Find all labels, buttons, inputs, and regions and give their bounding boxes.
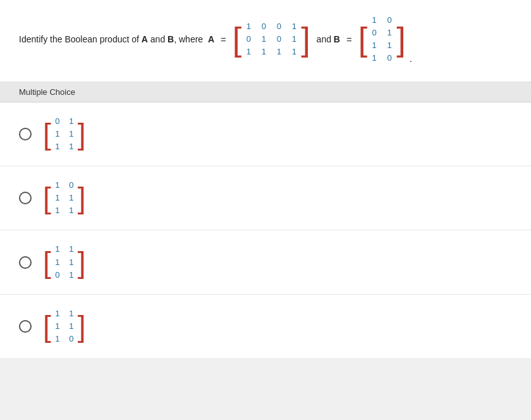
choice-row-1[interactable]: [ 0 1 1 1 1 1 ]: [0, 102, 531, 166]
a10: 0: [244, 33, 253, 46]
b30: 1: [370, 52, 379, 65]
c4-11: 1: [67, 320, 76, 333]
radio-2[interactable]: [19, 192, 32, 204]
c1-21: 1: [67, 140, 76, 153]
mc-label-bar: Multiple Choice: [0, 82, 531, 102]
ans-bracket-right-3: ]: [78, 248, 86, 277]
question-area: Identify the Boolean product of A and B,…: [0, 0, 531, 82]
ans-cells-1: 0 1 1 1 1 1: [51, 114, 78, 154]
var-b: B: [168, 34, 174, 44]
ans-bracket-left-2: [: [43, 183, 51, 213]
a12: 0: [274, 33, 283, 46]
c3-00: 1: [53, 243, 62, 256]
ans-bracket-left-3: [: [43, 248, 51, 277]
choices-area: [ 0 1 1 1 1 1 ] [ 1 0 1 1 1 1 ]: [0, 102, 531, 359]
matrix-a-bracket-left: [: [233, 23, 241, 56]
c1-01: 1: [67, 115, 76, 128]
question-text: Identify the Boolean product of A and B,…: [19, 13, 512, 66]
a13: 1: [290, 33, 298, 46]
b11: 1: [385, 27, 394, 39]
choice-row-4[interactable]: [ 1 1 1 1 1 0 ]: [0, 295, 531, 358]
answer-matrix-1: [ 0 1 1 1 1 1 ]: [43, 114, 86, 154]
c2-20: 1: [53, 204, 62, 217]
c4-00: 1: [53, 307, 62, 320]
a11: 1: [259, 33, 268, 46]
a03: 1: [290, 20, 298, 33]
question-intro: Identify the Boolean product of A and B,…: [19, 34, 214, 44]
c3-21: 1: [67, 269, 76, 281]
radio-3[interactable]: [19, 256, 32, 269]
a01: 0: [259, 20, 268, 33]
c4-01: 1: [67, 307, 76, 320]
matrix-b-bracket-left: [: [358, 23, 367, 56]
c1-10: 1: [53, 128, 62, 140]
a20: 1: [244, 46, 253, 58]
b10: 0: [370, 27, 379, 39]
period: .: [410, 53, 412, 64]
answer-matrix-3: [ 1 1 1 1 0 1 ]: [43, 242, 86, 282]
ans-bracket-right-1: ]: [78, 120, 86, 149]
c2-01: 0: [67, 179, 76, 192]
b20: 1: [370, 39, 379, 52]
c1-11: 1: [67, 128, 76, 140]
eq-sign-a: =: [221, 34, 226, 45]
c1-00: 0: [53, 115, 62, 128]
c2-21: 1: [67, 204, 76, 217]
matrix-a-label: A: [208, 34, 214, 44]
var-a: A: [142, 34, 148, 44]
eq-sign-b: =: [346, 34, 352, 45]
a22: 1: [274, 46, 283, 58]
b31: 0: [385, 52, 394, 65]
c4-10: 1: [53, 320, 62, 333]
matrix-b: [ 1 0 0 1 1 1 1 0 ]: [358, 13, 406, 66]
c2-00: 1: [53, 179, 62, 192]
a02: 0: [274, 20, 283, 33]
ans-cells-4: 1 1 1 1 1 0: [51, 306, 78, 347]
c4-21: 0: [67, 333, 76, 345]
ans-cells-3: 1 1 1 1 0 1: [51, 242, 78, 282]
a23: 1: [290, 46, 298, 58]
c3-11: 1: [67, 256, 76, 269]
a21: 1: [259, 46, 268, 58]
ans-bracket-right-2: ]: [78, 183, 86, 213]
matrix-a-cells: 1 0 0 1 0 1 0 1 1 1 1 1: [241, 19, 301, 59]
b21: 1: [385, 39, 394, 52]
radio-1[interactable]: [19, 128, 32, 140]
answer-matrix-2: [ 1 0 1 1 1 1 ]: [43, 178, 86, 218]
c2-11: 1: [67, 192, 76, 204]
ans-bracket-left-1: [: [43, 120, 51, 149]
radio-4[interactable]: [19, 320, 32, 333]
choice-row-2[interactable]: [ 1 0 1 1 1 1 ]: [0, 166, 531, 230]
c1-20: 1: [53, 140, 62, 153]
matrix-a-bracket-right: ]: [301, 23, 310, 56]
and-label: and B: [314, 34, 340, 44]
c4-20: 1: [53, 333, 62, 345]
mc-label: Multiple Choice: [19, 87, 75, 97]
c3-20: 0: [53, 269, 62, 281]
c3-01: 1: [67, 243, 76, 256]
b00: 1: [370, 14, 379, 27]
matrix-b-cells: 1 0 0 1 1 1 1 0: [367, 13, 396, 66]
ans-cells-2: 1 0 1 1 1 1: [51, 178, 78, 218]
b01: 0: [385, 14, 394, 27]
matrix-a: [ 1 0 0 1 0 1 0 1 1 1 1 1 ]: [233, 19, 310, 59]
matrix-b-bracket-right: ]: [396, 23, 405, 56]
ans-bracket-left-4: [: [43, 312, 51, 341]
choice-row-3[interactable]: [ 1 1 1 1 0 1 ]: [0, 230, 531, 294]
matrix-b-label: B: [334, 34, 340, 44]
c2-10: 1: [53, 192, 62, 204]
a00: 1: [244, 20, 253, 33]
answer-matrix-4: [ 1 1 1 1 1 0 ]: [43, 306, 86, 347]
c3-10: 1: [53, 256, 62, 269]
ans-bracket-right-4: ]: [78, 312, 86, 341]
